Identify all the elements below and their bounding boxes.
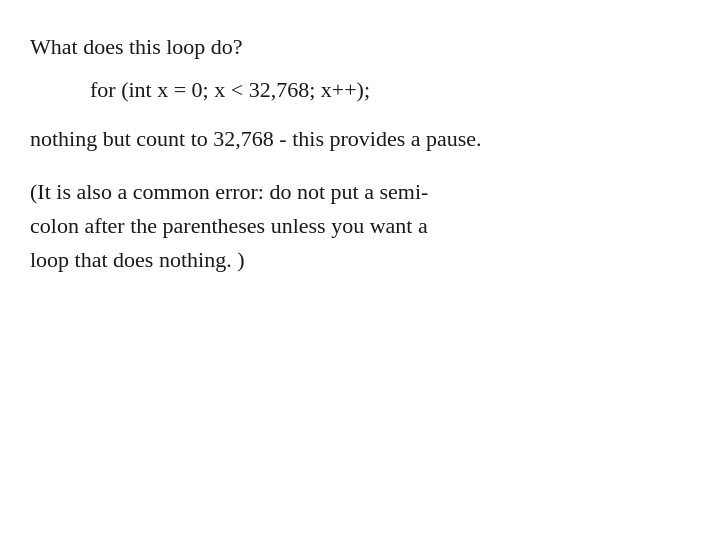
question-label: What does this loop do? (30, 34, 243, 59)
note-line-3: loop that does nothing. ) (30, 243, 690, 277)
note-line-1: (It is also a common error: do not put a… (30, 175, 690, 209)
note-block: (It is also a common error: do not put a… (30, 175, 690, 277)
code-text: for (int x = 0; x < 32,768; x++); (90, 73, 690, 106)
code-label: for (int x = 0; x < 32,768; x++); (90, 77, 370, 102)
main-content: What does this loop do? for (int x = 0; … (0, 0, 720, 307)
answer-text: nothing but count to 32,768 - this provi… (30, 122, 690, 155)
question-text: What does this loop do? (30, 30, 690, 63)
answer-label: nothing but count to 32,768 - this provi… (30, 126, 482, 151)
note-line-2: colon after the parentheses unless you w… (30, 209, 690, 243)
